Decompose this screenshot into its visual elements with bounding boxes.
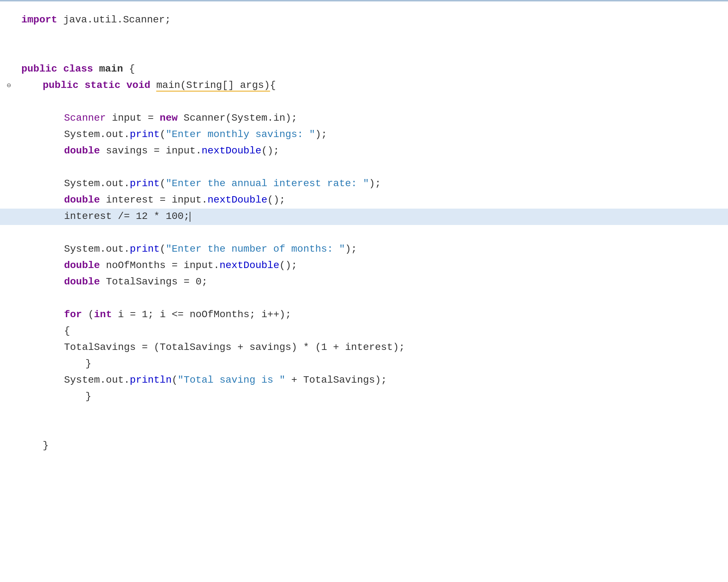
line-content: System.out.print("Enter monthly savings:… bbox=[18, 127, 728, 143]
code-line: { bbox=[0, 323, 728, 340]
fold-icon[interactable]: ⊖ bbox=[7, 80, 11, 91]
code-line: TotalSavings = (TotalSavings + savings) … bbox=[0, 340, 728, 356]
code-line: System.out.println("Total saving is " + … bbox=[0, 372, 728, 389]
gutter bbox=[0, 307, 18, 323]
code-line bbox=[0, 28, 728, 45]
line-content: double TotalSavings = 0; bbox=[18, 274, 728, 290]
code-line bbox=[0, 290, 728, 307]
code-line: } bbox=[0, 389, 728, 405]
line-content: double interest = input.nextDouble(); bbox=[18, 192, 728, 209]
line-content: { bbox=[18, 323, 728, 340]
line-content bbox=[18, 405, 728, 421]
gutter bbox=[0, 143, 18, 159]
code-editor: import java.util.Scanner; public class m… bbox=[0, 0, 728, 582]
line-content: } bbox=[18, 438, 728, 454]
code-line bbox=[0, 45, 728, 61]
gutter bbox=[0, 110, 18, 127]
line-content: public static void main(String[] args){ bbox=[18, 78, 728, 94]
gutter bbox=[0, 323, 18, 340]
code-line bbox=[0, 94, 728, 110]
code-line-highlighted: interest /= 12 * 100; bbox=[0, 209, 728, 225]
line-content bbox=[18, 45, 728, 61]
code-line bbox=[0, 421, 728, 438]
code-line: } bbox=[0, 438, 728, 454]
gutter bbox=[0, 258, 18, 274]
gutter: ⊖ bbox=[0, 78, 18, 94]
line-content bbox=[18, 290, 728, 307]
code-line: for (int i = 1; i <= noOfMonths; i++); bbox=[0, 307, 728, 323]
code-line: double noOfMonths = input.nextDouble(); bbox=[0, 258, 728, 274]
text-cursor bbox=[190, 212, 190, 222]
code-line: Scanner input = new Scanner(System.in); bbox=[0, 110, 728, 127]
code-line: import java.util.Scanner; bbox=[0, 12, 728, 28]
gutter bbox=[0, 438, 18, 454]
code-line: double interest = input.nextDouble(); bbox=[0, 192, 728, 209]
code-line: } bbox=[0, 356, 728, 372]
gutter bbox=[0, 192, 18, 209]
line-content: System.out.print("Enter the number of mo… bbox=[18, 241, 728, 258]
gutter bbox=[0, 61, 18, 78]
line-content: interest /= 12 * 100; bbox=[18, 209, 728, 225]
line-content: } bbox=[18, 356, 728, 372]
line-content: } bbox=[18, 389, 728, 405]
gutter bbox=[0, 405, 18, 421]
gutter bbox=[0, 94, 18, 110]
gutter bbox=[0, 290, 18, 307]
line-content: import java.util.Scanner; bbox=[18, 12, 728, 28]
gutter bbox=[0, 372, 18, 389]
code-line: System.out.print("Enter the number of mo… bbox=[0, 241, 728, 258]
gutter bbox=[0, 356, 18, 372]
line-content bbox=[18, 94, 728, 110]
gutter bbox=[0, 340, 18, 356]
gutter bbox=[0, 176, 18, 192]
gutter bbox=[0, 209, 18, 225]
line-content: for (int i = 1; i <= noOfMonths; i++); bbox=[18, 307, 728, 323]
line-content: TotalSavings = (TotalSavings + savings) … bbox=[18, 340, 728, 356]
line-content: double savings = input.nextDouble(); bbox=[18, 143, 728, 159]
gutter bbox=[0, 159, 18, 176]
gutter bbox=[0, 241, 18, 258]
gutter bbox=[0, 421, 18, 438]
line-content bbox=[18, 159, 728, 176]
code-line: double TotalSavings = 0; bbox=[0, 274, 728, 290]
code-line: System.out.print("Enter monthly savings:… bbox=[0, 127, 728, 143]
code-line: public class main { bbox=[0, 61, 728, 78]
code-line bbox=[0, 225, 728, 241]
code-line bbox=[0, 159, 728, 176]
line-content bbox=[18, 225, 728, 241]
line-content: Scanner input = new Scanner(System.in); bbox=[18, 110, 728, 127]
gutter bbox=[0, 127, 18, 143]
gutter bbox=[0, 28, 18, 45]
code-area[interactable]: import java.util.Scanner; public class m… bbox=[0, 9, 728, 458]
gutter bbox=[0, 45, 18, 61]
line-content bbox=[18, 28, 728, 45]
code-line: System.out.print("Enter the annual inter… bbox=[0, 176, 728, 192]
gutter bbox=[0, 389, 18, 405]
line-content: public class main { bbox=[18, 61, 728, 78]
line-content: System.out.print("Enter the annual inter… bbox=[18, 176, 728, 192]
code-line: ⊖ public static void main(String[] args)… bbox=[0, 78, 728, 94]
gutter bbox=[0, 12, 18, 28]
code-line bbox=[0, 405, 728, 421]
gutter bbox=[0, 274, 18, 290]
code-line: double savings = input.nextDouble(); bbox=[0, 143, 728, 159]
line-content: System.out.println("Total saving is " + … bbox=[18, 372, 728, 389]
line-content bbox=[18, 421, 728, 438]
line-content: double noOfMonths = input.nextDouble(); bbox=[18, 258, 728, 274]
gutter bbox=[0, 225, 18, 241]
